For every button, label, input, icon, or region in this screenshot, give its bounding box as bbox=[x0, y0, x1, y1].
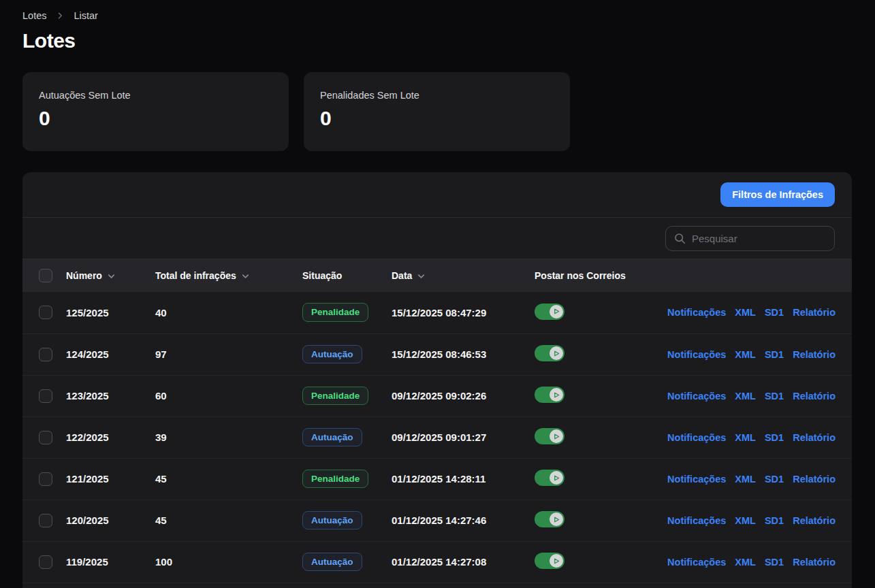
relatorio-link[interactable]: Relatório bbox=[793, 349, 836, 360]
cell-data: 09/12/2025 09:01:27 bbox=[392, 416, 535, 458]
row-actions: Notificações XML SD1 Relatório bbox=[671, 515, 852, 526]
cell-total-infracoes: 97 bbox=[155, 333, 302, 375]
column-header-data[interactable]: Data bbox=[392, 259, 535, 292]
sd1-link[interactable]: SD1 bbox=[765, 557, 784, 568]
xml-link[interactable]: XML bbox=[735, 474, 756, 485]
breadcrumb-listar[interactable]: Listar bbox=[74, 10, 97, 21]
send-icon bbox=[550, 554, 563, 568]
card-label: Autuações Sem Lote bbox=[39, 90, 272, 101]
cell-total-infracoes: 39 bbox=[155, 416, 302, 458]
notificacoes-link[interactable]: Notificações bbox=[667, 391, 726, 402]
row-checkbox[interactable] bbox=[39, 472, 52, 486]
sd1-link[interactable]: SD1 bbox=[765, 349, 784, 360]
panel-search-row bbox=[22, 218, 852, 259]
table-row-partial bbox=[22, 583, 852, 588]
relatorio-link[interactable]: Relatório bbox=[793, 432, 836, 443]
notificacoes-link[interactable]: Notificações bbox=[667, 307, 726, 318]
cell-total-infracoes: 45 bbox=[155, 500, 302, 541]
card-autuacoes-sem-lote: Autuações Sem Lote 0 bbox=[22, 72, 289, 151]
table-row: 122/2025 39 Autuação 09/12/2025 09:01:27… bbox=[22, 416, 852, 458]
search-icon bbox=[674, 233, 686, 244]
row-actions: Notificações XML SD1 Relatório bbox=[671, 474, 852, 485]
postar-correios-toggle[interactable] bbox=[535, 428, 564, 444]
relatorio-link[interactable]: Relatório bbox=[793, 515, 836, 526]
search-input[interactable] bbox=[692, 233, 826, 244]
sd1-link[interactable]: SD1 bbox=[765, 474, 784, 485]
table-row: 120/2025 45 Autuação 01/12/2025 14:27:46… bbox=[22, 500, 852, 541]
relatorio-link[interactable]: Relatório bbox=[793, 391, 836, 402]
xml-link[interactable]: XML bbox=[735, 307, 756, 318]
chevron-down-icon[interactable] bbox=[106, 271, 116, 281]
cell-total-infracoes: 100 bbox=[155, 541, 302, 583]
sd1-link[interactable]: SD1 bbox=[765, 432, 784, 443]
chevron-down-icon[interactable] bbox=[416, 271, 426, 281]
status-badge: Autuação bbox=[302, 553, 362, 572]
xml-link[interactable]: XML bbox=[735, 432, 756, 443]
send-icon bbox=[550, 429, 563, 443]
cell-total-infracoes: 40 bbox=[155, 292, 302, 333]
notificacoes-link[interactable]: Notificações bbox=[667, 474, 726, 485]
row-actions: Notificações XML SD1 Relatório bbox=[671, 391, 852, 402]
sd1-link[interactable]: SD1 bbox=[765, 307, 784, 318]
row-checkbox[interactable] bbox=[39, 514, 52, 527]
page-title: Lotes bbox=[22, 29, 852, 52]
table-header-row: Número Total de infrações bbox=[22, 259, 852, 292]
xml-link[interactable]: XML bbox=[735, 515, 756, 526]
cell-numero: 121/2025 bbox=[66, 458, 155, 500]
sd1-link[interactable]: SD1 bbox=[765, 391, 784, 402]
page: Lotes Listar Lotes Autuações Sem Lote 0 … bbox=[0, 0, 875, 588]
row-checkbox[interactable] bbox=[39, 306, 52, 319]
row-checkbox[interactable] bbox=[39, 389, 52, 403]
postar-correios-toggle[interactable] bbox=[535, 470, 564, 486]
send-icon bbox=[550, 305, 563, 318]
row-checkbox[interactable] bbox=[39, 431, 52, 444]
chevron-down-icon[interactable] bbox=[240, 271, 251, 281]
postar-correios-toggle[interactable] bbox=[535, 511, 564, 527]
table-row: 121/2025 45 Penalidade 01/12/2025 14:28:… bbox=[22, 458, 852, 500]
notificacoes-link[interactable]: Notificações bbox=[667, 432, 726, 443]
column-header-postar-correios: Postar nos Correios bbox=[535, 259, 671, 292]
postar-correios-toggle[interactable] bbox=[535, 387, 564, 403]
notificacoes-link[interactable]: Notificações bbox=[667, 349, 726, 360]
table-row: 124/2025 97 Autuação 15/12/2025 08:46:53… bbox=[22, 333, 852, 375]
postar-correios-toggle[interactable] bbox=[535, 304, 564, 320]
xml-link[interactable]: XML bbox=[735, 557, 756, 568]
sd1-link[interactable]: SD1 bbox=[765, 515, 784, 526]
card-value: 0 bbox=[39, 107, 272, 130]
card-penalidades-sem-lote: Penalidades Sem Lote 0 bbox=[304, 72, 570, 151]
relatorio-link[interactable]: Relatório bbox=[793, 307, 836, 318]
cell-numero: 125/2025 bbox=[66, 292, 155, 333]
lotes-panel: Filtros de Infrações bbox=[22, 172, 852, 588]
select-all-checkbox[interactable] bbox=[39, 269, 52, 282]
breadcrumb-lotes[interactable]: Lotes bbox=[22, 10, 46, 21]
xml-link[interactable]: XML bbox=[735, 391, 756, 402]
status-badge: Autuação bbox=[302, 511, 362, 530]
column-header-numero[interactable]: Número bbox=[66, 259, 155, 292]
card-value: 0 bbox=[320, 107, 554, 130]
notificacoes-link[interactable]: Notificações bbox=[667, 515, 726, 526]
notificacoes-link[interactable]: Notificações bbox=[667, 557, 726, 568]
xml-link[interactable]: XML bbox=[735, 349, 756, 360]
status-badge: Penalidade bbox=[302, 387, 368, 406]
column-header-total-infracoes[interactable]: Total de infrações bbox=[155, 259, 302, 292]
cell-numero: 119/2025 bbox=[66, 541, 155, 583]
postar-correios-toggle[interactable] bbox=[535, 553, 564, 569]
table-row: 125/2025 40 Penalidade 15/12/2025 08:47:… bbox=[22, 292, 852, 333]
relatorio-link[interactable]: Relatório bbox=[793, 474, 836, 485]
send-icon bbox=[550, 512, 563, 526]
row-checkbox[interactable] bbox=[39, 348, 52, 361]
row-checkbox[interactable] bbox=[39, 555, 52, 569]
row-actions: Notificações XML SD1 Relatório bbox=[671, 307, 852, 318]
relatorio-link[interactable]: Relatório bbox=[793, 557, 836, 568]
cell-total-infracoes: 45 bbox=[155, 458, 302, 500]
cell-numero: 122/2025 bbox=[66, 416, 155, 458]
postar-correios-toggle[interactable] bbox=[535, 345, 564, 361]
table-row: 119/2025 100 Autuação 01/12/2025 14:27:0… bbox=[22, 541, 852, 583]
search-box[interactable] bbox=[665, 226, 835, 251]
panel-toolbar: Filtros de Infrações bbox=[22, 172, 852, 218]
cell-numero: 124/2025 bbox=[66, 333, 155, 375]
row-actions: Notificações XML SD1 Relatório bbox=[671, 557, 852, 568]
lotes-table: Número Total de infrações bbox=[22, 259, 852, 583]
filtros-de-infracoes-button[interactable]: Filtros de Infrações bbox=[720, 182, 835, 207]
stat-cards: Autuações Sem Lote 0 Penalidades Sem Lot… bbox=[22, 72, 852, 151]
